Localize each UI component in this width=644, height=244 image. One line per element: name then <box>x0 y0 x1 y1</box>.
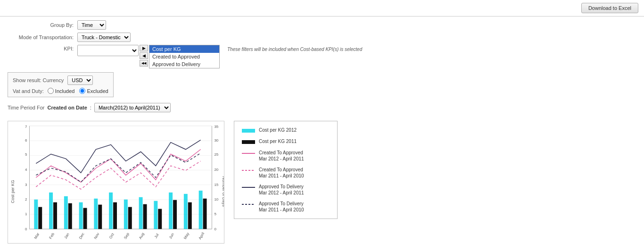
svg-text:1: 1 <box>25 212 27 216</box>
svg-text:7: 7 <box>25 125 27 129</box>
currency-box: Show result: Currency USD EUR GBP Vat an… <box>8 72 114 97</box>
download-button[interactable]: Download to Excel <box>581 3 638 13</box>
legend-swatch-dark-solid <box>242 185 255 190</box>
svg-rect-35 <box>83 208 87 229</box>
svg-text:3: 3 <box>25 183 27 187</box>
svg-rect-43 <box>143 204 147 229</box>
svg-rect-40 <box>124 200 128 229</box>
vat-included-radio[interactable] <box>48 88 54 94</box>
svg-text:Number of Days: Number of Days <box>222 177 224 207</box>
legend-label-approved2012: Approved To DeliveryMar 2012 - April 201… <box>259 184 304 196</box>
legend-swatch-cyan <box>242 128 255 134</box>
time-period-colon: : <box>90 105 91 110</box>
mode-row: Mode of Transportation: Truck - Domestic… <box>8 33 636 42</box>
time-period-label: Time Period For <box>8 105 44 110</box>
svg-text:Nov: Nov <box>93 232 100 240</box>
svg-text:Sep: Sep <box>123 232 130 240</box>
svg-rect-51 <box>203 199 207 229</box>
vat-label: Vat and Duty: <box>13 88 44 94</box>
currency-row: Show result: Currency USD EUR GBP <box>13 76 108 85</box>
svg-rect-29 <box>38 207 42 229</box>
svg-text:0: 0 <box>214 227 216 231</box>
svg-rect-33 <box>68 203 72 229</box>
kpi-row: KPI: ▶ ◀ ◀◀ Cost per KG Created to Appro… <box>8 45 636 68</box>
legend-item-created2012: Created To ApprovedMar 2012 - April 2011 <box>242 150 330 162</box>
svg-rect-39 <box>113 202 117 229</box>
svg-rect-32 <box>64 196 68 229</box>
svg-rect-34 <box>79 202 83 229</box>
legend-box: Cost per KG 2012 Cost per KG 2011 Create… <box>234 121 338 219</box>
svg-rect-65 <box>242 140 255 144</box>
svg-rect-50 <box>199 191 203 229</box>
svg-rect-64 <box>242 129 255 133</box>
svg-text:Dec: Dec <box>78 232 85 240</box>
svg-text:2: 2 <box>25 197 27 202</box>
svg-text:Oct: Oct <box>108 232 115 240</box>
kpi-source-select[interactable] <box>77 45 139 56</box>
kpi-add-button[interactable]: ▶ <box>140 45 148 51</box>
kpi-selector: ▶ ◀ ◀◀ Cost per KG Created to Approved A… <box>77 45 220 68</box>
legend-item-cost2012: Cost per KG 2012 <box>242 127 330 134</box>
svg-text:30: 30 <box>214 138 218 143</box>
group-by-row: Group By: Time Month Week <box>8 20 636 30</box>
svg-text:4: 4 <box>25 168 27 172</box>
legend-swatch-dark-dashed <box>242 202 255 207</box>
svg-rect-46 <box>169 193 173 229</box>
legend-label-created2011: Created To ApprovedMar 2011 - April 2010 <box>259 167 304 179</box>
svg-rect-30 <box>49 193 53 229</box>
vat-included-label: Included <box>55 88 75 94</box>
svg-rect-28 <box>34 200 38 229</box>
vat-radio-group: Included Excluded <box>48 88 108 94</box>
legend-swatch-pink-solid <box>242 151 255 156</box>
mode-select[interactable]: Truck - Domestic Air Sea <box>77 33 131 42</box>
chart-container: 0 1 2 3 4 5 6 7 Cost per KG 0 5 10 15 20… <box>8 121 224 244</box>
kpi-item-created[interactable]: Created to Approved <box>149 53 219 60</box>
kpi-list: Cost per KG Created to Approved Approved… <box>149 45 220 68</box>
legend-item-cost2011: Cost per KG 2011 <box>242 138 330 145</box>
svg-text:15: 15 <box>214 183 218 187</box>
svg-text:April: April <box>198 232 206 240</box>
svg-text:Jun: Jun <box>168 232 175 240</box>
legend-item-approved2011: Approved To DeliveryMar 2011 - April 201… <box>242 201 330 213</box>
kpi-note: These filters will be included when Cost… <box>227 46 362 52</box>
group-by-label: Group By: <box>8 22 74 28</box>
svg-text:Jan: Jan <box>64 232 70 240</box>
chart-area: 0 1 2 3 4 5 6 7 Cost per KG 0 5 10 15 20… <box>0 121 644 244</box>
legend-label-cost2011: Cost per KG 2011 <box>259 138 297 144</box>
svg-text:5: 5 <box>25 152 27 157</box>
svg-rect-45 <box>158 209 162 229</box>
time-period-bold: Created on Date <box>47 105 87 110</box>
controls-panel: Group By: Time Month Week Mode of Transp… <box>0 17 644 119</box>
kpi-arrows: ▶ ◀ ◀◀ <box>140 45 148 67</box>
legend-item-approved2012: Approved To DeliveryMar 2012 - April 201… <box>242 184 330 196</box>
currency-select[interactable]: USD EUR GBP <box>67 76 93 85</box>
svg-text:5: 5 <box>214 212 216 216</box>
svg-rect-47 <box>173 200 177 229</box>
chart-svg: 0 1 2 3 4 5 6 7 Cost per KG 0 5 10 15 20… <box>8 121 224 243</box>
kpi-item-cost[interactable]: Cost per KG <box>149 45 219 53</box>
group-by-select[interactable]: Time Month Week <box>77 20 106 30</box>
kpi-item-approved[interactable]: Approved to Delivery <box>149 60 219 68</box>
time-period-select[interactable]: March(2012) to April(2011) March(2011) t… <box>94 103 171 112</box>
svg-text:Jul: Jul <box>154 233 160 239</box>
svg-text:Feb: Feb <box>49 232 56 240</box>
legend-label-created2012: Created To ApprovedMar 2012 - April 2011 <box>259 150 304 162</box>
kpi-remove-all-button[interactable]: ◀◀ <box>140 60 148 67</box>
svg-text:25: 25 <box>214 152 218 157</box>
vat-excluded-label: Excluded <box>87 88 108 94</box>
svg-text:May: May <box>183 232 190 240</box>
vat-included-option[interactable]: Included <box>48 88 75 94</box>
kpi-label: KPI: <box>8 45 74 51</box>
mode-label: Mode of Transportation: <box>8 34 74 40</box>
svg-rect-31 <box>53 202 57 229</box>
vat-excluded-radio[interactable] <box>79 88 85 94</box>
legend-swatch-black <box>242 139 255 145</box>
vat-row: Vat and Duty: Included Excluded <box>13 88 108 94</box>
svg-rect-37 <box>98 205 102 229</box>
legend-label-cost2012: Cost per KG 2012 <box>259 127 297 133</box>
show-result-label: Show result: Currency <box>13 77 64 83</box>
vat-excluded-option[interactable]: Excluded <box>79 88 108 94</box>
svg-rect-38 <box>109 193 113 229</box>
kpi-remove-button[interactable]: ◀ <box>140 52 148 59</box>
svg-text:Mar: Mar <box>33 232 41 240</box>
